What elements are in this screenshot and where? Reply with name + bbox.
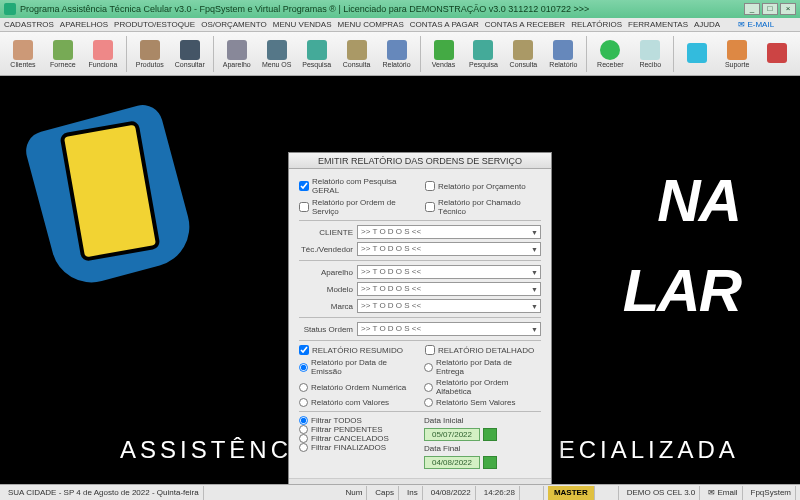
btn-calendar-inicial[interactable] [483, 428, 497, 441]
chk-resumido[interactable]: RELATÓRIO RESUMIDO [299, 345, 415, 355]
status-ins: Ins [403, 486, 423, 500]
main-area: NA LAR ASSISTÊNC ECIALIZADA EMITIR RELAT… [0, 76, 800, 484]
combo-marca[interactable]: >> T O D O S << [357, 299, 541, 313]
rad-filtrar-finalizados[interactable]: Filtrar FINALIZADOS [299, 443, 416, 452]
rad-filtrar-todos[interactable]: Filtrar TODOS [299, 416, 416, 425]
menu-cadastros[interactable]: CADASTROS [4, 20, 54, 29]
tb-consulta[interactable]: Consulta [338, 34, 376, 74]
chk-chamado-tecnico[interactable]: Relatório por Chamado Técnico [425, 198, 541, 216]
logo-text-1: NA [657, 166, 740, 235]
status-master: MASTER [548, 486, 595, 500]
tb-vendas[interactable]: Vendas [425, 34, 463, 74]
logo-background [40, 116, 320, 316]
chk-detalhado[interactable]: RELATÓRIO DETALHADO [425, 345, 541, 355]
tb-backup[interactable] [678, 34, 716, 74]
tb-receber[interactable]: Receber [591, 34, 629, 74]
menu-aparelhos[interactable]: APARELHOS [60, 20, 108, 29]
maximize-button[interactable]: □ [762, 3, 778, 15]
status-fpq[interactable]: FpqSystem [747, 486, 796, 500]
menu-compras[interactable]: MENU COMPRAS [338, 20, 404, 29]
lbl-cliente: CLIENTE [299, 228, 353, 237]
chk-orcamento[interactable]: Relatório por Orçamento [425, 177, 541, 195]
tb-pesquisa[interactable]: Pesquisa [298, 34, 336, 74]
menu-ferramentas[interactable]: FERRAMENTAS [628, 20, 688, 29]
menu-ajuda[interactable]: AJUDA [694, 20, 720, 29]
rad-comvalores[interactable]: Relatório com Valores [299, 398, 416, 407]
app-icon [4, 3, 16, 15]
tb-consultar[interactable]: Consultar [171, 34, 209, 74]
toolbar: Clientes Fornece Funciona Produtos Consu… [0, 32, 800, 76]
close-button[interactable]: × [780, 3, 796, 15]
status-caps: Caps [371, 486, 399, 500]
status-email[interactable]: ✉ Email [704, 486, 742, 500]
tb-produtos[interactable]: Produtos [131, 34, 169, 74]
status-num: Num [341, 486, 367, 500]
btn-calendar-final[interactable] [483, 456, 497, 469]
rad-emissao[interactable]: Relatório por Data de Emissão [299, 358, 416, 376]
tb-funciona[interactable]: Funciona [84, 34, 122, 74]
lbl-data-inicial: Data Inicial [424, 416, 541, 425]
tb-consulta2[interactable]: Consulta [504, 34, 542, 74]
tb-recibo[interactable]: Recibo [631, 34, 669, 74]
input-data-final[interactable]: 04/08/2022 [424, 456, 480, 469]
tb-relatorio2[interactable]: Relatório [544, 34, 582, 74]
tb-suporte[interactable]: Suporte [718, 34, 756, 74]
status-date: 04/08/2022 [427, 486, 476, 500]
report-dialog: EMITIR RELATÓRIO DAS ORDENS DE SERVIÇO R… [288, 152, 552, 500]
statusbar: SUA CIDADE - SP 4 de Agosto de 2022 - Qu… [0, 484, 800, 500]
rad-alfabetica[interactable]: Relatório por Ordem Alfabética [424, 378, 541, 396]
combo-cliente[interactable]: >> T O D O S << [357, 225, 541, 239]
lbl-data-final: Data Final [424, 444, 541, 453]
rad-semvalores[interactable]: Relatório Sem Valores [424, 398, 541, 407]
lbl-marca: Marca [299, 302, 353, 311]
menubar: CADASTROS APARELHOS PRODUTO/ESTOQUE OS/O… [0, 18, 800, 32]
lbl-status: Status Ordem [299, 325, 353, 334]
menu-produto[interactable]: PRODUTO/ESTOQUE [114, 20, 195, 29]
titlebar: Programa Assistência Técnica Celular v3.… [0, 0, 800, 18]
menu-pagar[interactable]: CONTAS A PAGAR [410, 20, 479, 29]
rad-numerica[interactable]: Relatório Ordem Numérica [299, 378, 416, 396]
rad-filtrar-pendentes[interactable]: Filtrar PENDENTES [299, 425, 416, 434]
menu-receber[interactable]: CONTAS A RECEBER [485, 20, 565, 29]
menu-relatorios[interactable]: RELATÓRIOS [571, 20, 622, 29]
rad-entrega[interactable]: Relatório por Data de Entrega [424, 358, 541, 376]
tb-menuos[interactable]: Menu OS [258, 34, 296, 74]
logo-text-2: LAR [623, 256, 740, 325]
status-demo: DEMO OS CEL 3.0 [623, 486, 701, 500]
chk-ordem-servico[interactable]: Relatório por Ordem de Serviço [299, 198, 415, 216]
minimize-button[interactable]: _ [744, 3, 760, 15]
menu-vendas[interactable]: MENU VENDAS [273, 20, 332, 29]
input-data-inicial[interactable]: 05/07/2022 [424, 428, 480, 441]
dialog-title: EMITIR RELATÓRIO DAS ORDENS DE SERVIÇO [289, 153, 551, 169]
combo-modelo[interactable]: >> T O D O S << [357, 282, 541, 296]
tb-clientes[interactable]: Clientes [4, 34, 42, 74]
titlebar-text: Programa Assistência Técnica Celular v3.… [20, 4, 589, 14]
tb-exit[interactable] [758, 34, 796, 74]
phone-logo-icon [40, 116, 200, 316]
lbl-modelo: Modelo [299, 285, 353, 294]
status-time: 14:26:28 [480, 486, 520, 500]
tb-relatorio[interactable]: Relatório [378, 34, 416, 74]
combo-aparelho[interactable]: >> T O D O S << [357, 265, 541, 279]
lbl-tec: Téc./Vendedor [299, 245, 353, 254]
rad-filtrar-cancelados[interactable]: Filtrar CANCELADOS [299, 434, 416, 443]
lbl-aparelho: Aparelho [299, 268, 353, 277]
tb-pesquisa2[interactable]: Pesquisa [464, 34, 502, 74]
combo-status[interactable]: >> T O D O S << [357, 322, 541, 336]
combo-tec[interactable]: >> T O D O S << [357, 242, 541, 256]
tb-fornece[interactable]: Fornece [44, 34, 82, 74]
menu-email[interactable]: ✉ E-MAIL [738, 20, 774, 29]
window-controls: _ □ × [744, 3, 796, 15]
menu-os[interactable]: OS/ORÇAMENTO [201, 20, 267, 29]
chk-pesquisa-geral[interactable]: Relatório com Pesquisa GERAL [299, 177, 415, 195]
status-city-date: SUA CIDADE - SP 4 de Agosto de 2022 - Qu… [4, 486, 204, 500]
tb-aparelho[interactable]: Aparelho [218, 34, 256, 74]
